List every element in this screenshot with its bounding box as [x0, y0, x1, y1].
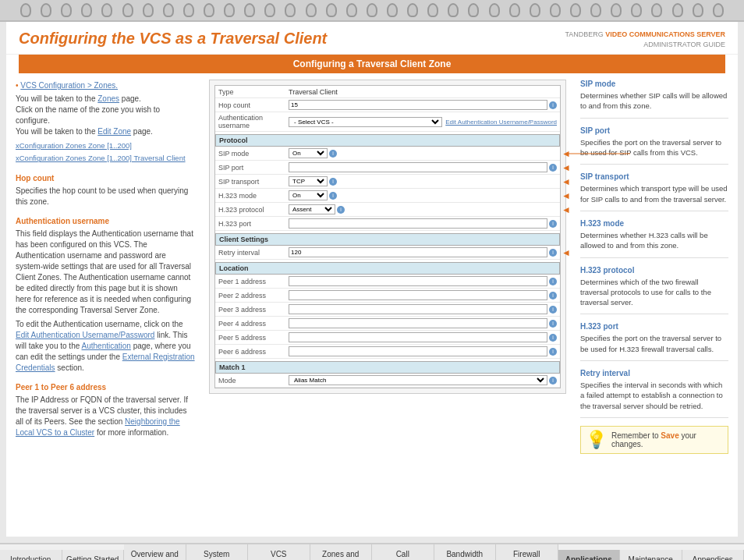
- h323-mode-select[interactable]: On Off: [289, 190, 328, 200]
- right-sip-port-text: Specifies the port on the traversal serv…: [580, 137, 728, 158]
- sip-port-arrow: ◄: [562, 162, 571, 173]
- sip-mode-select[interactable]: On Off: [289, 148, 328, 158]
- right-sip-mode-text: Determines whether SIP calls will be all…: [580, 90, 728, 112]
- sip-transport-select[interactable]: TCP TLS: [289, 176, 328, 186]
- spiral-ring: [509, 3, 520, 17]
- h323-protocol-select[interactable]: Assent H.460.18: [289, 204, 335, 214]
- form-row-peer1: Peer 1 address i: [215, 275, 560, 289]
- hop-count-input[interactable]: [289, 100, 547, 110]
- section-title: Configuring a Traversal Client Zone: [293, 58, 452, 69]
- h323-port-info-icon: i: [549, 220, 557, 228]
- peer5-input[interactable]: [289, 332, 547, 342]
- sip-port-input[interactable]: [289, 162, 547, 172]
- spiral-ring: [306, 3, 317, 17]
- screenshot-frame: Type Traversal Client Hop count i Authen…: [209, 80, 566, 394]
- page-header: Configuring the VCS as a Traversal Clien…: [6, 22, 738, 55]
- type-value: Traversal Client: [289, 88, 557, 96]
- spiral-ring: [101, 3, 112, 17]
- tip-box: 💡 Remember to Save your changes.: [580, 426, 728, 454]
- xconfiguration-link-2[interactable]: xConfiguration Zones Zone [1..200] Trave…: [16, 153, 195, 164]
- peer6-input[interactable]: [289, 346, 547, 356]
- h323-mode-label: H.323 mode: [218, 192, 289, 200]
- spiral-ring: [611, 3, 622, 17]
- auth-username-select[interactable]: - Select VCS -: [289, 117, 442, 127]
- location-section-header: Location: [215, 262, 560, 275]
- right-sip-mode-title: SIP mode: [580, 80, 728, 88]
- auth-username-section: Authentication username This field displ…: [16, 215, 195, 374]
- retry-arrow: ◄: [562, 247, 571, 258]
- tab-zones-neighbors[interactable]: Zones andNeighbors: [310, 544, 373, 560]
- right-sip-port-title: SIP port: [580, 126, 728, 135]
- form-row-h323-mode: H.323 mode On Off i ◄: [215, 189, 560, 203]
- tab-firewall-traversal[interactable]: FirewallTraversal: [496, 544, 558, 560]
- tab-overview-status[interactable]: Overview andStatus: [124, 544, 186, 560]
- sidebar-zones-section: VCS Configuration > Zones. You will be t…: [16, 80, 195, 165]
- tab-system-config[interactable]: SystemConfiguration: [186, 544, 249, 560]
- spiral-ring: [204, 3, 214, 17]
- h323-protocol-label: H.323 protocol: [218, 206, 289, 214]
- spiral-ring: [143, 3, 154, 17]
- right-h323-mode: H.323 mode Determines whether H.323 call…: [580, 219, 728, 258]
- client-settings-header: Client Settings: [215, 233, 560, 246]
- spiral-ring: [61, 3, 72, 17]
- neighboring-link[interactable]: Neighboring the Local VCS to a Cluster: [16, 417, 180, 437]
- spiral-ring: [81, 3, 92, 17]
- peer3-input[interactable]: [289, 304, 547, 314]
- hop-count-section: Hop count Specifies the hop count to be …: [16, 172, 195, 207]
- spiral-ring: [672, 3, 683, 17]
- form-row-type: Type Traversal Client: [215, 86, 560, 98]
- brand-guide: ADMINISTRATOR GUIDE: [643, 41, 725, 48]
- spiral-ring: [326, 3, 337, 17]
- right-sip-transport-title: SIP transport: [580, 172, 728, 181]
- tab-applications[interactable]: Applications: [558, 550, 621, 561]
- auth-field-label: Authentication username: [218, 114, 289, 129]
- h323-port-input[interactable]: [289, 218, 547, 229]
- peer4-input[interactable]: [289, 318, 547, 328]
- mode-info-icon: i: [549, 377, 557, 385]
- peer-address-section: Peer 1 to Peer 6 address The IP Address …: [16, 381, 195, 438]
- tab-call-processing[interactable]: CallProcessing: [372, 544, 434, 560]
- spiral-ring: [163, 3, 174, 17]
- edit-auth-link[interactable]: Edit Authentication Username/Password: [16, 331, 154, 339]
- sip-port-label: SIP port: [218, 164, 289, 172]
- tab-bandwidth-control[interactable]: BandwidthControl: [434, 544, 497, 560]
- xconfiguration-link-1[interactable]: xConfiguration Zones Zone [1..200]: [16, 140, 195, 151]
- h323-mode-arrow: ◄: [562, 190, 571, 201]
- bottom-nav: Introduction Getting Started Overview an…: [0, 543, 744, 560]
- edit-zone-link[interactable]: Edit Zone: [97, 127, 131, 136]
- right-retry-text: Specifies the interval in seconds with w…: [580, 380, 728, 411]
- tip-lightbulb-icon: 💡: [586, 431, 607, 448]
- brand-header: TANDBERG VIDEO COMMUNICATIONS SERVER ADM…: [565, 30, 725, 49]
- zones-link[interactable]: Zones: [97, 94, 119, 103]
- right-h323-mode-text: Determines whether H.323 calls will be a…: [580, 230, 728, 251]
- retry-interval-input[interactable]: [289, 247, 547, 257]
- form-row-sip-transport: SIP transport TCP TLS i ◄: [215, 175, 560, 189]
- h323-protocol-arrow: ◄: [562, 204, 571, 215]
- sidebar-bullet: VCS Configuration > Zones.: [16, 80, 195, 91]
- sip-transport-label: SIP transport: [218, 178, 289, 186]
- ext-reg-link[interactable]: External Registration Credentials: [16, 353, 195, 372]
- tab-appendices[interactable]: Appendices: [682, 550, 745, 561]
- auth-page-link[interactable]: Authentication: [82, 342, 131, 350]
- tab-introduction[interactable]: Introduction: [0, 550, 62, 561]
- right-h323-protocol-text: Determines which of the two firewall tra…: [580, 277, 728, 308]
- edit-auth-inline-link[interactable]: Edit Authentication Username/Password: [445, 119, 557, 126]
- peer1-input[interactable]: [289, 276, 547, 286]
- spiral-ring: [387, 3, 398, 17]
- mode-select[interactable]: Alias Match: [289, 375, 547, 385]
- tab-maintenance[interactable]: Maintenance: [620, 550, 682, 561]
- peer2-input[interactable]: [289, 290, 547, 300]
- tab-getting-started[interactable]: Getting Started: [62, 550, 125, 561]
- spiral-ring: [631, 3, 642, 17]
- hop-count-field-label: Hop count: [218, 101, 289, 109]
- form-row-retry: Retry interval i ◄: [215, 246, 560, 260]
- peer5-info-icon: i: [549, 334, 557, 342]
- spiral-ring: [468, 3, 479, 17]
- form-row-peer4: Peer 4 address i: [215, 317, 560, 331]
- tab-vcs-config[interactable]: VCSConfiguration: [248, 544, 310, 560]
- sip-mode-label: SIP mode: [218, 150, 289, 158]
- type-label: Type: [218, 88, 289, 96]
- auth-username-title: Authentication username: [16, 215, 195, 227]
- peer1-info-icon: i: [549, 278, 557, 285]
- vcs-config-link[interactable]: VCS Configuration > Zones.: [20, 81, 118, 90]
